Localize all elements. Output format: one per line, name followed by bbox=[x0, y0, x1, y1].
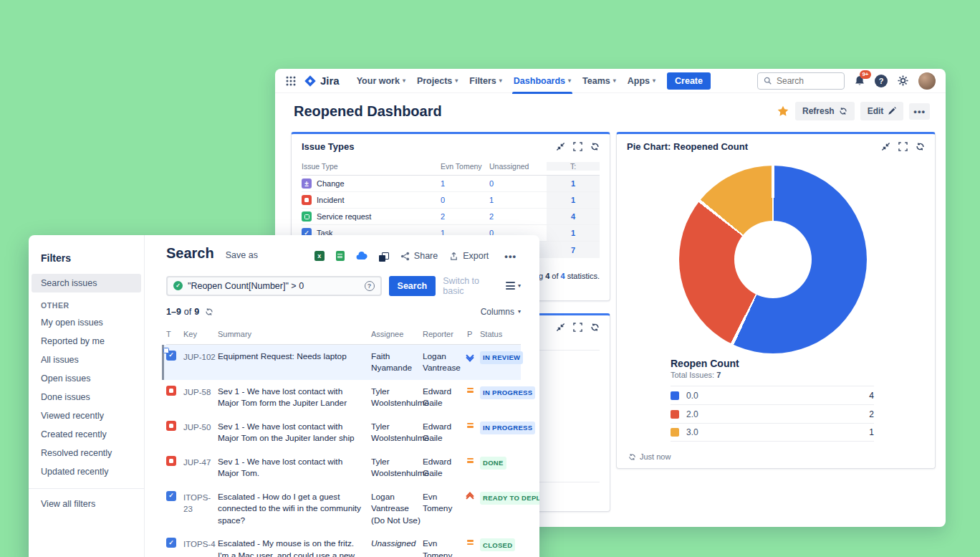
refresh-button[interactable]: Refresh bbox=[795, 102, 855, 120]
minimize-icon[interactable] bbox=[881, 142, 890, 151]
status-badge: CLOSED bbox=[480, 538, 515, 551]
sidebar-item-created-recently[interactable]: Created recently bbox=[29, 425, 144, 444]
more-options-button[interactable]: ••• bbox=[909, 103, 930, 120]
chevron-down-icon: ▾ bbox=[455, 77, 458, 84]
issue-assignee: Tyler Woolstenhulme bbox=[371, 421, 423, 444]
issue-type-row: Incident 0 1 1 bbox=[302, 192, 600, 209]
save-as-button[interactable]: Save as bbox=[226, 250, 258, 260]
refresh-icon[interactable] bbox=[590, 142, 600, 151]
pie-legend: Reopen Count Total Issues: 7 0.0 4 2.0 2… bbox=[671, 358, 874, 442]
issue-key[interactable]: JUP-47 bbox=[183, 456, 218, 480]
global-search[interactable] bbox=[757, 72, 845, 90]
issue-key[interactable]: JUP-102 bbox=[183, 351, 218, 374]
sidebar-item-view-all-filters[interactable]: View all filters bbox=[29, 495, 144, 513]
issue-summary[interactable]: Escalated - My mouse is on the fritz. I'… bbox=[218, 538, 365, 557]
issue-row[interactable]: JUP-47 Sev 1 - We have lost contact with… bbox=[162, 450, 521, 485]
chevron-down-icon: ▾ bbox=[403, 77, 405, 84]
refresh-icon[interactable] bbox=[205, 308, 213, 316]
sidebar-item-reported-by-me[interactable]: Reported by me bbox=[29, 332, 144, 351]
list-view-icon bbox=[506, 282, 515, 290]
issue-key[interactable]: ITOPS-23 bbox=[183, 491, 218, 527]
issue-row[interactable]: ITOPS-4 Escalated - My mouse is on the f… bbox=[162, 532, 521, 557]
app-switcher-icon[interactable] bbox=[285, 75, 297, 87]
google-sheets-icon[interactable] bbox=[336, 251, 345, 261]
issue-row[interactable]: JUP-50 Sev 1 - We have lost contact with… bbox=[162, 415, 521, 450]
search-button[interactable]: Search bbox=[389, 276, 436, 296]
issue-summary[interactable]: Escalated - How do I get a guest connect… bbox=[218, 491, 365, 527]
sidebar-item-resolved-recently[interactable]: Resolved recently bbox=[29, 444, 144, 462]
nav-item-projects[interactable]: Projects ▾ bbox=[411, 69, 463, 93]
settings-gear-icon[interactable] bbox=[897, 75, 909, 87]
results-body: JUP-102 Equipment Request: Needs laptop … bbox=[166, 345, 521, 557]
widget-title: Issue Types bbox=[302, 141, 354, 152]
excel-export-icon[interactable]: x bbox=[314, 251, 325, 261]
view-options-button[interactable]: ▾ bbox=[506, 282, 521, 290]
status-badge: DONE bbox=[480, 457, 506, 470]
status-badge: IN REVIEW bbox=[480, 351, 523, 364]
switch-to-basic-link[interactable]: Switch to basic bbox=[443, 276, 499, 296]
page-title: Reopened Dashboard bbox=[294, 103, 442, 120]
issue-summary[interactable]: Sev 1 - We have lost contact with Major … bbox=[218, 386, 365, 409]
refresh-icon[interactable] bbox=[590, 323, 600, 332]
issue-type-icon bbox=[302, 178, 312, 189]
nav-item-your-work[interactable]: Your work ▾ bbox=[351, 69, 411, 93]
columns-dropdown[interactable]: Columns ▾ bbox=[481, 307, 521, 317]
issue-assignee: Unassigned bbox=[371, 538, 423, 557]
issue-summary[interactable]: Sev 1 - We have lost contact with Major … bbox=[218, 456, 365, 480]
expand-icon[interactable] bbox=[573, 142, 582, 151]
issue-key[interactable]: JUP-50 bbox=[183, 421, 218, 444]
minimize-icon[interactable] bbox=[556, 323, 565, 332]
nav-item-filters[interactable]: Filters ▾ bbox=[463, 69, 508, 93]
issue-types-body: Change 1 0 1 Incident 0 1 1 Service requ… bbox=[302, 176, 600, 242]
sidebar-item-my-open-issues[interactable]: My open issues bbox=[29, 313, 144, 332]
issue-row[interactable]: JUP-102 Equipment Request: Needs laptop … bbox=[162, 345, 521, 380]
issue-row[interactable]: ITOPS-23 Escalated - How do I get a gues… bbox=[162, 485, 521, 533]
notifications-button[interactable]: 9+ bbox=[854, 75, 865, 87]
expand-icon[interactable] bbox=[898, 142, 908, 151]
jql-query-input[interactable] bbox=[188, 281, 360, 291]
global-search-input[interactable] bbox=[777, 76, 834, 86]
issue-type-icon bbox=[302, 195, 312, 205]
expand-icon[interactable] bbox=[573, 323, 582, 332]
count-total: 4 bbox=[547, 209, 600, 224]
nav-item-dashboards[interactable]: Dashboards ▾ bbox=[508, 69, 577, 93]
count-total: 1 bbox=[547, 225, 600, 241]
cloud-icon[interactable] bbox=[356, 252, 368, 260]
jql-query-box[interactable]: ✓ ? bbox=[166, 276, 382, 296]
sidebar-item-done-issues[interactable]: Done issues bbox=[29, 388, 144, 406]
sidebar-item-open-issues[interactable]: Open issues bbox=[29, 369, 144, 388]
edit-button[interactable]: Edit bbox=[860, 102, 904, 120]
sidebar-item-updated-recently[interactable]: Updated recently bbox=[29, 462, 144, 481]
legend-swatch bbox=[671, 428, 679, 437]
filters-list: My open issuesReported by meAll issuesOp… bbox=[29, 313, 144, 481]
valid-query-icon: ✓ bbox=[173, 281, 183, 290]
sidebar-item-viewed-recently[interactable]: Viewed recently bbox=[29, 406, 144, 425]
jira-logo[interactable]: Jira bbox=[304, 75, 340, 87]
count-unassigned: 2 bbox=[489, 212, 547, 221]
top-nav: Jira Your work ▾ Projects ▾ Filters ▾ Da… bbox=[275, 69, 946, 93]
export-button[interactable]: Export bbox=[449, 251, 489, 261]
user-avatar[interactable] bbox=[918, 72, 936, 90]
favorite-star-icon[interactable] bbox=[777, 105, 789, 118]
legend-label: 0.0 bbox=[686, 391, 698, 401]
issue-key[interactable]: ITOPS-4 bbox=[183, 538, 218, 557]
create-button[interactable]: Create bbox=[667, 72, 711, 90]
copy-icon[interactable] bbox=[382, 252, 389, 260]
refresh-icon[interactable] bbox=[916, 142, 925, 151]
issue-summary[interactable]: Equipment Request: Needs laptop bbox=[218, 351, 365, 374]
sidebar-item-all-issues[interactable]: All issues bbox=[29, 351, 144, 369]
issue-type-row: Service request 2 2 4 bbox=[302, 209, 600, 225]
nav-item-teams[interactable]: Teams ▾ bbox=[577, 69, 622, 93]
issue-key[interactable]: JUP-58 bbox=[183, 386, 218, 409]
query-help-icon[interactable]: ? bbox=[365, 281, 375, 291]
widget-title: Pie Chart: Reopened Count bbox=[627, 141, 748, 152]
issue-summary[interactable]: Sev 1 - We have lost contact with Major … bbox=[218, 421, 365, 444]
nav-item-apps[interactable]: Apps ▾ bbox=[622, 69, 661, 93]
minimize-icon[interactable] bbox=[556, 142, 565, 151]
help-button[interactable]: ? bbox=[875, 75, 888, 87]
share-button[interactable]: Share bbox=[400, 251, 438, 261]
sidebar-item-search-issues[interactable]: Search issues bbox=[32, 274, 141, 292]
more-options-button[interactable]: ••• bbox=[500, 248, 521, 265]
donut-chart[interactable] bbox=[679, 166, 867, 353]
issue-row[interactable]: JUP-58 Sev 1 - We have lost contact with… bbox=[162, 380, 521, 415]
